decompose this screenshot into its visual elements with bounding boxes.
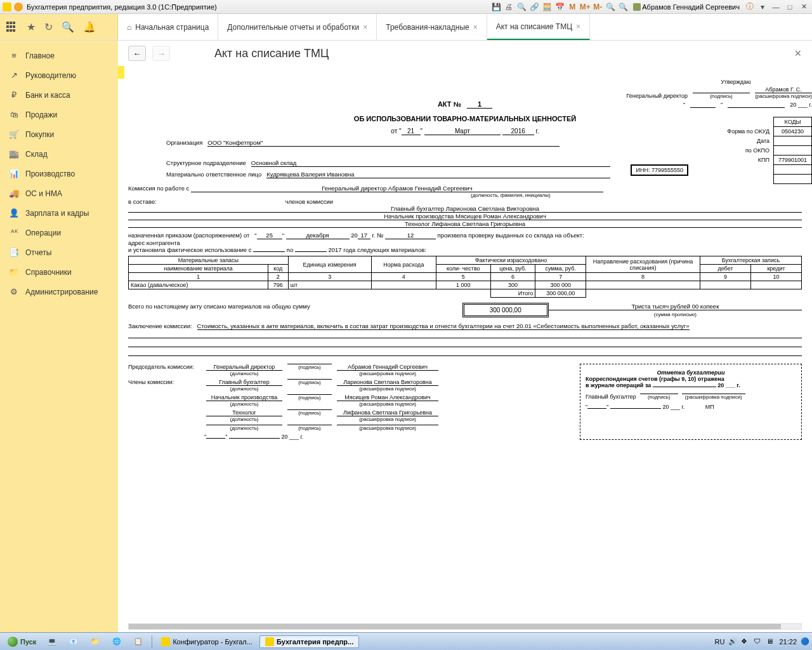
- back-button[interactable]: ←: [128, 46, 146, 61]
- taskbar-app-1[interactable]: Бухгалтерия предпр...: [259, 635, 359, 648]
- members-label: в составе:: [128, 198, 157, 205]
- act-number: 1: [467, 100, 492, 109]
- inn-box: ИНН: 7799555550: [631, 164, 688, 176]
- tray-icon-3[interactable]: 🛡: [754, 637, 763, 646]
- m-icon[interactable]: M: [567, 2, 577, 12]
- sidebar-icon: 📑: [9, 248, 19, 257]
- sidebar-item-5[interactable]: 🏬Склад: [0, 144, 118, 164]
- tray-icon-5[interactable]: 🔵: [801, 637, 809, 646]
- start-orb-icon: [8, 637, 18, 647]
- taskbar-app-0[interactable]: Конфигуратор - Бухгал...: [155, 635, 258, 648]
- commission-intro: Комиссия по работе с: [128, 185, 189, 192]
- tray-icon-1[interactable]: 🔊: [728, 637, 737, 646]
- calendar-icon[interactable]: 📅: [554, 2, 565, 12]
- approve-sig-hint: (подпись): [693, 93, 750, 99]
- quick-launch-3[interactable]: 📁: [85, 635, 105, 647]
- division-value: Основной склад: [251, 159, 610, 167]
- sidebar-item-label: Главное: [25, 51, 55, 60]
- yellow-marker-icon: [118, 66, 124, 79]
- sidebar-item-4[interactable]: 🛒Покупки: [0, 124, 118, 144]
- sidebar-icon: ₽: [9, 90, 19, 100]
- tab-close-icon[interactable]: ×: [576, 22, 580, 31]
- tab-label: Дополнительные отчеты и обработки: [227, 23, 359, 32]
- sidebar-item-0[interactable]: ≡Главное: [0, 46, 118, 65]
- sidebar-item-6[interactable]: 📊Производство: [0, 164, 118, 183]
- history-icon[interactable]: ↻: [44, 21, 53, 33]
- total-words-hint: (сумма прописью): [654, 312, 697, 317]
- sidebar-item-7[interactable]: 🚚ОС и НМА: [0, 183, 118, 203]
- info-icon[interactable]: ⓘ: [745, 2, 755, 12]
- signature-row: Технолог(должность)(подпись)Лифанова Све…: [128, 409, 567, 422]
- sidebar-item-10[interactable]: 📑Отчеты: [0, 242, 118, 262]
- preview-icon[interactable]: 🔍: [516, 2, 527, 12]
- m-plus-icon[interactable]: M+: [580, 2, 590, 12]
- quick-launch-5[interactable]: 📋: [128, 635, 148, 647]
- apps-icon[interactable]: [6, 22, 18, 33]
- sidebar-icon: 📊: [9, 169, 19, 178]
- link-icon[interactable]: 🔗: [529, 2, 539, 12]
- approve-role: Генеральный директор: [626, 93, 688, 99]
- zoom-out-icon[interactable]: 🔍: [618, 2, 628, 12]
- close-button[interactable]: ✕: [798, 2, 809, 12]
- sidebar-icon: ⚙: [9, 287, 19, 296]
- tab-1[interactable]: Дополнительные отчеты и обработки×: [218, 14, 377, 40]
- m-minus-icon[interactable]: M-: [593, 2, 603, 12]
- accounting-stamp: Отметка бухгалтерии Корреспонденция счет…: [580, 364, 802, 440]
- signature-row: Председатель комиссии:Генеральный директ…: [128, 364, 567, 376]
- taskbar-clock[interactable]: 21:22: [779, 638, 797, 646]
- total-words: Триста тысяч рублей 00 копеек: [549, 303, 802, 310]
- save-icon[interactable]: 💾: [491, 2, 501, 12]
- responsible-value: Кудрявцева Валерия Ивановна: [266, 171, 610, 178]
- sidebar-icon: 🛒: [9, 129, 19, 139]
- sidebar-item-11[interactable]: 📁Справочники: [0, 262, 118, 282]
- tab-close-icon[interactable]: ×: [473, 23, 478, 32]
- sidebar-item-9[interactable]: ᴬᴷОперации: [0, 223, 118, 242]
- star-icon[interactable]: ★: [27, 21, 36, 33]
- approve-dec-hint: (расшифровка подписи): [755, 93, 812, 99]
- sidebar-item-label: ОС и НМА: [25, 189, 62, 198]
- tab-label: Акт на списание ТМЦ: [496, 22, 572, 31]
- sidebar-item-12[interactable]: ⚙Администрирование: [0, 282, 118, 302]
- maximize-button[interactable]: □: [784, 2, 796, 12]
- signature-row: (должность)(подпись)(расшифровка подписи…: [128, 425, 567, 431]
- zoom-in-icon[interactable]: 🔍: [605, 2, 615, 12]
- minimize-button[interactable]: —: [770, 2, 782, 12]
- horizontal-scrollbar[interactable]: [128, 623, 802, 630]
- approve-day: [690, 107, 716, 108]
- commission-head: Генеральный директор Абрамов Геннадий Се…: [191, 185, 603, 192]
- tab-3[interactable]: Акт на списание ТМЦ×: [487, 14, 590, 40]
- calculator-icon[interactable]: 🧮: [542, 2, 552, 12]
- sidebar-item-2[interactable]: ₽Банк и касса: [0, 85, 118, 105]
- sidebar-item-1[interactable]: ↗Руководителю: [0, 65, 118, 85]
- sidebar-item-3[interactable]: 🛍Продажи: [0, 105, 118, 124]
- quick-launch-4[interactable]: 🌐: [107, 635, 127, 647]
- tab-label: Требования-накладные: [386, 23, 469, 32]
- print-icon[interactable]: 🖨: [504, 2, 514, 12]
- circle-icon: [14, 3, 23, 11]
- tab-0[interactable]: ⌂Начальная страница: [118, 14, 218, 40]
- tab-label: Начальная страница: [135, 23, 209, 32]
- start-button[interactable]: Пуск: [3, 635, 41, 648]
- tab-2[interactable]: Требования-накладные×: [377, 14, 487, 40]
- bell-icon[interactable]: 🔔: [83, 21, 96, 33]
- tabbar: ★ ↻ 🔍 🔔 ⌂Начальная страницаДополнительны…: [0, 14, 812, 41]
- member-1: Главный бухгалтер Ларионова Светлана Вик…: [128, 205, 802, 213]
- quick-launch-2[interactable]: 📧: [63, 635, 84, 647]
- tab-close-icon[interactable]: ×: [363, 23, 367, 32]
- tray-icon-4[interactable]: 🖥: [766, 637, 775, 646]
- division-label: Структурное подразделение: [166, 159, 246, 167]
- sidebar-item-8[interactable]: 👤Зарплата и кадры: [0, 203, 118, 223]
- document-body: Утверждаю Генеральный директор (подпись)…: [118, 79, 812, 623]
- dropdown-icon[interactable]: ▾: [757, 2, 768, 12]
- member-3: Технолог Лифанова Светлана Григорьевна: [128, 220, 802, 228]
- sidebar-icon: 🏬: [9, 149, 19, 159]
- table-row: Какао (давальческое) 796 шт 1 000 300 30…: [129, 281, 802, 289]
- forward-button[interactable]: →: [152, 46, 170, 61]
- search-icon[interactable]: 🔍: [62, 21, 74, 33]
- sidebar-item-label: Отчеты: [25, 248, 51, 257]
- close-page-icon[interactable]: ✕: [794, 48, 802, 58]
- taskbar-lang[interactable]: RU: [715, 638, 725, 646]
- app-icon-1c: [3, 3, 11, 11]
- tray-icon-2[interactable]: ❖: [741, 637, 750, 646]
- quick-launch-1[interactable]: 💻: [42, 635, 62, 647]
